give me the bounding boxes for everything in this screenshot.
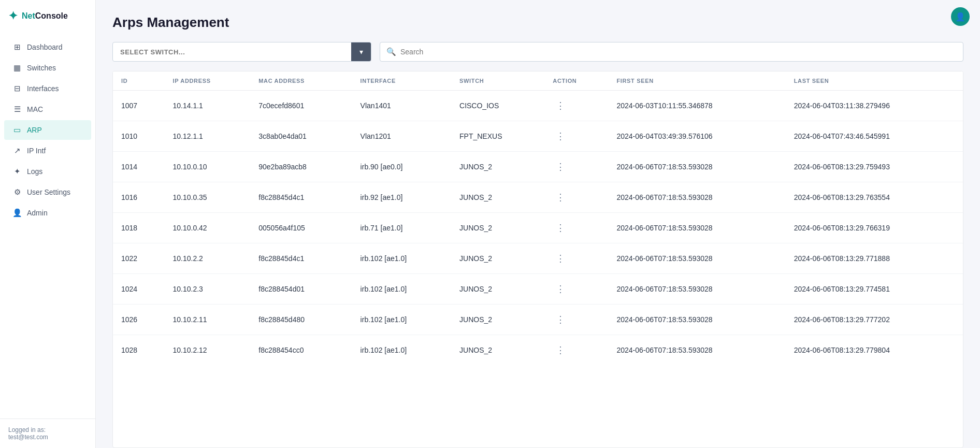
sidebar-item-logs[interactable]: ✦ Logs (4, 162, 91, 181)
action-menu-button[interactable]: ⋮ (553, 313, 569, 326)
logged-in-label: Logged in as: (8, 426, 87, 433)
sidebar-item-mac[interactable]: ☰ MAC (4, 99, 91, 119)
sidebar-item-arp[interactable]: ▭ ARP (4, 120, 91, 140)
cell-action: ⋮ (544, 182, 608, 213)
cell-mac-address: f8c28845d4c1 (250, 243, 352, 274)
cell-switch: JUNOS_2 (451, 182, 544, 213)
sidebar-item-label: Logs (27, 167, 42, 176)
cell-id: 1010 (113, 121, 164, 152)
avatar[interactable]: 👤 (951, 7, 970, 26)
arps-table: ID IP ADDRESS MAC ADDRESS INTERFACE SWIT… (113, 71, 963, 365)
cell-first-seen: 2024-06-03T10:11:55.346878 (608, 91, 785, 121)
cell-mac-address: 90e2ba89acb8 (250, 152, 352, 182)
table-row: 1026 10.10.2.11 f8c28845d480 irb.102 [ae… (113, 305, 963, 335)
cell-id: 1028 (113, 335, 164, 366)
cell-mac-address: f8c28845d480 (250, 305, 352, 335)
cell-first-seen: 2024-06-06T07:18:53.593028 (608, 243, 785, 274)
select-switch-container: ▾ (112, 42, 371, 62)
action-menu-button[interactable]: ⋮ (553, 282, 569, 296)
cell-mac-address: 7c0ecefd8601 (250, 91, 352, 121)
cell-ip-address: 10.10.2.12 (164, 335, 250, 366)
action-menu-button[interactable]: ⋮ (553, 129, 569, 143)
page-title: Arps Management (112, 15, 963, 31)
cell-mac-address: f8c288454d01 (250, 274, 352, 305)
cell-interface: irb.102 [ae1.0] (352, 335, 451, 366)
cell-id: 1026 (113, 305, 164, 335)
sidebar-item-user-settings[interactable]: ⚙ User Settings (4, 182, 91, 202)
ip-intf-icon: ↗ (12, 146, 22, 155)
sidebar-item-label: Interfaces (27, 84, 59, 93)
cell-first-seen: 2024-06-06T07:18:53.593028 (608, 182, 785, 213)
sidebar-item-dashboard[interactable]: ⊞ Dashboard (4, 37, 91, 57)
table-row: 1016 10.10.0.35 f8c28845d4c1 irb.92 [ae1… (113, 182, 963, 213)
cell-interface: irb.71 [ae1.0] (352, 213, 451, 243)
cell-action: ⋮ (544, 121, 608, 152)
table-row: 1010 10.12.1.1 3c8ab0e4da01 Vlan1201 FPT… (113, 121, 963, 152)
logo-text: NetConsole (22, 11, 68, 21)
cell-switch: JUNOS_2 (451, 305, 544, 335)
action-menu-button[interactable]: ⋮ (553, 191, 569, 204)
sidebar-item-label: Switches (27, 64, 56, 72)
interfaces-icon: ⊟ (12, 84, 22, 93)
sidebar-item-ip-intf[interactable]: ↗ IP Intf (4, 141, 91, 161)
search-input[interactable] (400, 48, 957, 56)
cell-switch: JUNOS_2 (451, 243, 544, 274)
cell-ip-address: 10.10.2.3 (164, 274, 250, 305)
cell-interface: Vlan1201 (352, 121, 451, 152)
cell-first-seen: 2024-06-06T07:18:53.593028 (608, 152, 785, 182)
cell-ip-address: 10.12.1.1 (164, 121, 250, 152)
table-row: 1028 10.10.2.12 f8c288454cc0 irb.102 [ae… (113, 335, 963, 366)
cell-action: ⋮ (544, 243, 608, 274)
logo: ✦ NetConsole (0, 0, 95, 32)
action-menu-button[interactable]: ⋮ (553, 221, 569, 235)
cell-last-seen: 2024-06-06T08:13:29.777202 (786, 305, 963, 335)
sidebar-item-label: IP Intf (27, 147, 46, 155)
col-action: ACTION (544, 71, 608, 91)
admin-icon: 👤 (12, 208, 22, 218)
cell-switch: JUNOS_2 (451, 152, 544, 182)
cell-first-seen: 2024-06-06T07:18:53.593028 (608, 213, 785, 243)
cell-last-seen: 2024-06-04T07:43:46.545991 (786, 121, 963, 152)
switches-icon: ▦ (12, 63, 22, 73)
action-menu-button[interactable]: ⋮ (553, 160, 569, 174)
select-switch-dropdown-button[interactable]: ▾ (351, 42, 371, 61)
col-last-seen: LAST SEEN (786, 71, 963, 91)
sidebar-nav: ⊞ Dashboard ▦ Switches ⊟ Interfaces ☰ MA… (0, 32, 95, 418)
cell-id: 1018 (113, 213, 164, 243)
sidebar-item-label: Dashboard (27, 43, 63, 51)
action-menu-button[interactable]: ⋮ (553, 252, 569, 265)
cell-last-seen: 2024-06-06T08:13:29.766319 (786, 213, 963, 243)
sidebar: ✦ NetConsole ⊞ Dashboard ▦ Switches ⊟ In… (0, 0, 96, 448)
table-row: 1007 10.14.1.1 7c0ecefd8601 Vlan1401 CIS… (113, 91, 963, 121)
table-row: 1022 10.10.2.2 f8c28845d4c1 irb.102 [ae1… (113, 243, 963, 274)
cell-switch: JUNOS_2 (451, 274, 544, 305)
table-container: ID IP ADDRESS MAC ADDRESS INTERFACE SWIT… (112, 71, 963, 448)
sidebar-item-label: Admin (27, 209, 48, 217)
cell-id: 1014 (113, 152, 164, 182)
logo-icon: ✦ (8, 9, 18, 23)
action-menu-button[interactable]: ⋮ (553, 343, 569, 357)
user-settings-icon: ⚙ (12, 187, 22, 197)
cell-switch: JUNOS_2 (451, 213, 544, 243)
col-mac-address: MAC ADDRESS (250, 71, 352, 91)
user-email: test@test.com (8, 433, 87, 441)
cell-id: 1024 (113, 274, 164, 305)
search-icon: 🔍 (386, 47, 396, 56)
cell-last-seen: 2024-06-04T03:11:38.279496 (786, 91, 963, 121)
logs-icon: ✦ (12, 167, 22, 176)
cell-ip-address: 10.10.0.42 (164, 213, 250, 243)
sidebar-item-admin[interactable]: 👤 Admin (4, 203, 91, 223)
cell-interface: irb.102 [ae1.0] (352, 274, 451, 305)
select-switch-input[interactable] (113, 48, 351, 56)
col-ip-address: IP ADDRESS (164, 71, 250, 91)
cell-last-seen: 2024-06-06T08:13:29.774581 (786, 274, 963, 305)
action-menu-button[interactable]: ⋮ (553, 99, 569, 112)
cell-switch: CISCO_IOS (451, 91, 544, 121)
sidebar-item-switches[interactable]: ▦ Switches (4, 58, 91, 78)
sidebar-item-interfaces[interactable]: ⊟ Interfaces (4, 79, 91, 98)
mac-icon: ☰ (12, 105, 22, 114)
cell-ip-address: 10.10.2.11 (164, 305, 250, 335)
cell-mac-address: 3c8ab0e4da01 (250, 121, 352, 152)
sidebar-item-label: User Settings (27, 188, 70, 196)
main-content: Arps Management ▾ 🔍 ID IP ADDRESS MAC AD… (96, 0, 980, 448)
